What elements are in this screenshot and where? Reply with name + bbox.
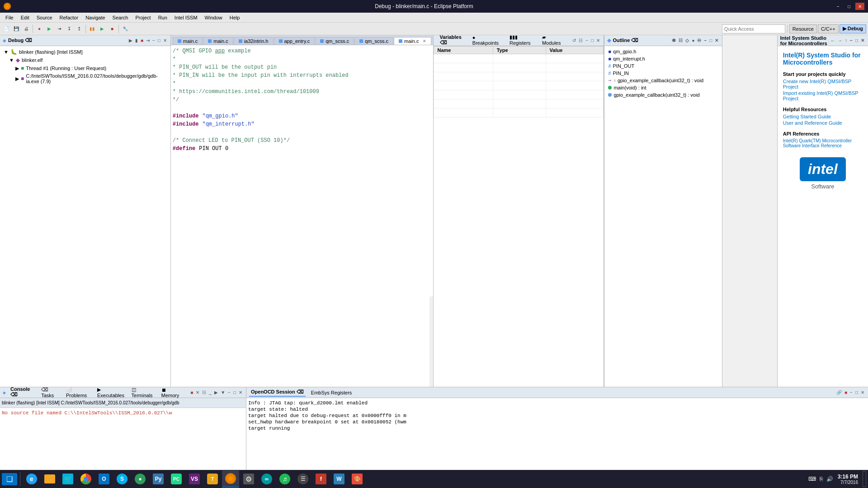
console-btn3[interactable]: ⎯ xyxy=(208,389,212,395)
intel-close[interactable]: ✕ xyxy=(860,38,865,43)
vars-toolbar-btn2[interactable]: ☷ xyxy=(578,38,584,43)
debug-close[interactable]: ✕ xyxy=(162,38,168,43)
show-desktop-button[interactable] xyxy=(863,471,866,487)
console-btn5[interactable]: ▼ xyxy=(220,389,226,395)
taskbar-app6[interactable]: ● xyxy=(132,470,149,488)
menu-file[interactable]: File xyxy=(2,14,17,21)
intel-link-import[interactable]: Import existing Intel(R) QMSI/BSP Projec… xyxy=(783,90,863,101)
tb-save[interactable]: 💾 xyxy=(12,24,21,33)
tab-qm-scss1[interactable]: qm_scss.c xyxy=(315,37,354,45)
quick-access-input[interactable] xyxy=(722,24,785,33)
tab-openocd[interactable]: OpenOCD Session ⌫ xyxy=(249,388,306,397)
outline-item-main[interactable]: main(void) : int xyxy=(606,84,720,91)
taskbar-eclipse[interactable] xyxy=(222,470,239,488)
taskbar-paint[interactable]: 🎨 xyxy=(349,470,366,488)
tree-item-elf[interactable]: ▼ ◆ blinker.elf xyxy=(2,56,169,64)
console-btn4[interactable]: ▶ xyxy=(213,389,219,395)
start-button[interactable]: ❑ xyxy=(2,473,17,485)
tab-main1[interactable]: main.c xyxy=(173,37,203,45)
console-stop[interactable]: ■ xyxy=(189,389,194,395)
tb-debug[interactable]: ● xyxy=(35,24,44,33)
perspective-cpp[interactable]: C/C++ xyxy=(818,24,839,33)
debug-max[interactable]: □ xyxy=(157,38,161,43)
perspective-debug[interactable]: ▶ Debug xyxy=(840,24,866,33)
taskbar-explorer[interactable] xyxy=(41,470,58,488)
intel-link-create[interactable]: Create new Intel(R) QMSI/BSP Project xyxy=(783,79,863,89)
taskbar-settings[interactable]: ⚙ xyxy=(240,470,257,488)
menu-edit[interactable]: Edit xyxy=(17,14,33,21)
taskbar-fiddler[interactable]: f xyxy=(312,470,330,488)
taskbar-spotify[interactable]: ♬ xyxy=(276,470,293,488)
menu-source[interactable]: Source xyxy=(33,14,56,21)
tab-modules[interactable]: ▰ Modules xyxy=(538,35,565,47)
tab-main-active[interactable]: main.c ✕ xyxy=(394,37,431,45)
tb-new[interactable]: 📄 xyxy=(2,24,11,33)
editor-scrollbar[interactable] xyxy=(429,296,433,387)
intel-max[interactable]: □ xyxy=(854,38,859,43)
taskbar-skype[interactable]: S xyxy=(113,470,131,488)
debug-min[interactable]: − xyxy=(151,38,156,43)
vars-close[interactable]: ✕ xyxy=(595,38,601,43)
tab-variables[interactable]: Variables ⌫ xyxy=(436,35,465,47)
debug-terminate-btn[interactable]: ■ xyxy=(140,38,144,43)
tab-console[interactable]: Console ⌫ xyxy=(9,385,37,399)
outline-btn5[interactable]: ♾ xyxy=(696,38,702,43)
intel-nav-back[interactable]: ← xyxy=(830,38,836,43)
vars-min[interactable]: − xyxy=(585,38,589,43)
intel-nav-forward[interactable]: → xyxy=(837,38,843,43)
taskbar-word[interactable]: W xyxy=(330,470,348,488)
menu-project[interactable]: Project xyxy=(132,14,154,21)
minimize-button[interactable]: − xyxy=(834,3,843,10)
outline-item-pin-in[interactable]: # PIN_IN xyxy=(606,70,720,77)
tab-qm-scss2[interactable]: qm_scss.c xyxy=(354,37,393,45)
openocd-content[interactable]: Info : JTAG tap: quark_d2000.lmt enabled… xyxy=(246,398,868,472)
tab-problems[interactable]: ⚪ Problems xyxy=(64,386,93,399)
taskbar-ie[interactable]: e xyxy=(23,470,40,488)
taskbar-vs[interactable]: VS xyxy=(186,470,203,488)
menu-navigate[interactable]: Navigate xyxy=(82,14,108,21)
taskbar-python[interactable]: Py xyxy=(150,470,167,488)
console-max[interactable]: □ xyxy=(232,389,237,395)
taskbar-app10[interactable]: T xyxy=(204,470,221,488)
menu-run[interactable]: Run xyxy=(155,14,171,21)
tb-step-out[interactable]: ↥ xyxy=(75,24,84,33)
tab-tasks[interactable]: ⌫ Tasks xyxy=(39,386,61,399)
tb-resume[interactable]: ▶ xyxy=(98,24,107,33)
close-button[interactable]: ✕ xyxy=(855,3,864,10)
vars-max[interactable]: □ xyxy=(590,38,594,43)
tab-executables[interactable]: ▶ Executables xyxy=(95,386,127,399)
outline-item-gpio-callback[interactable]: gpio_example_callback(uint32_t) : void xyxy=(606,91,720,99)
tree-item-gdb[interactable]: ▶ ■ C:/IntelSWTools/ISSM_2016.0.027/tool… xyxy=(2,72,169,85)
openocd-stop[interactable]: ■ xyxy=(844,389,848,395)
outline-item-gpio-callback-s[interactable]: ⇒ s gpio_example_callback(uint32_t) : vo… xyxy=(606,77,720,84)
menu-refactor[interactable]: Refactor xyxy=(56,14,82,21)
intel-link-user-ref[interactable]: User and Reference Guide xyxy=(783,120,863,126)
tb-stop[interactable]: ■ xyxy=(108,24,117,33)
openocd-close[interactable]: ✕ xyxy=(860,389,865,395)
editor-content[interactable]: /* QMSI GPIO app example * * PIN_OUT wil… xyxy=(171,45,433,387)
tab-main2[interactable]: main.c xyxy=(203,37,233,45)
outline-btn3[interactable]: ◇ xyxy=(684,38,690,43)
tab-memory[interactable]: ⏹ Memory xyxy=(160,386,184,399)
intel-link-getting-started[interactable]: Getting Started Guide xyxy=(783,114,863,119)
openocd-link[interactable]: 🔗 xyxy=(835,389,843,395)
outline-btn1[interactable]: ☸ xyxy=(671,38,677,43)
tb-suspend[interactable]: ▮▮ xyxy=(88,24,97,33)
console-btn1[interactable]: ✕ xyxy=(195,389,200,395)
outline-btn2[interactable]: ☷ xyxy=(678,38,684,43)
tb-print[interactable]: 🖨 xyxy=(22,24,31,33)
intel-nav-up[interactable]: ↑ xyxy=(844,38,848,43)
outline-item-pin-out[interactable]: # PIN_OUT xyxy=(606,62,720,70)
taskbar-chrome[interactable] xyxy=(77,470,94,488)
tb-run[interactable]: ▶ xyxy=(45,24,54,33)
tab-registers[interactable]: ▮▮▮ Registers xyxy=(506,35,535,47)
tb-build[interactable]: 🔧 xyxy=(121,24,130,33)
openocd-max[interactable]: □ xyxy=(854,389,859,395)
tree-item-blinker[interactable]: ▼ 🐛 blinker (flashing) [Intel ISSM] xyxy=(2,48,169,56)
menu-search[interactable]: Search xyxy=(109,14,132,21)
perspective-resource[interactable]: Resource xyxy=(789,24,817,33)
outline-min[interactable]: − xyxy=(703,38,708,43)
menu-intel-issm[interactable]: Intel ISSM xyxy=(171,14,201,21)
intel-link-quark[interactable]: Intel(R) Quark(TM) Microcontroller Softw… xyxy=(783,138,863,148)
tb-step-into[interactable]: ↧ xyxy=(65,24,74,33)
